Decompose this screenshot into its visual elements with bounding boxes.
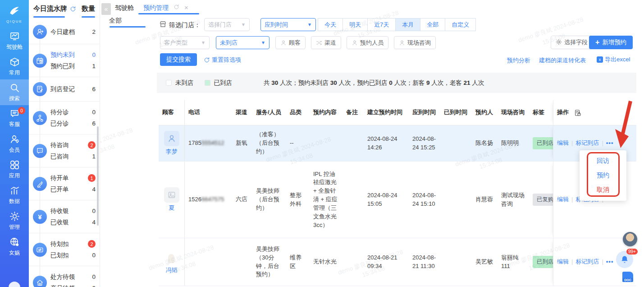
doc-shortcut-icon[interactable]: DOC (621, 272, 635, 286)
menu-item-取消[interactable]: 取消 (580, 183, 626, 197)
due-time-cell: 2024-08-24 15:10 (409, 162, 440, 238)
order-icon (33, 177, 47, 191)
flow-row[interactable]: 产品待领0 (50, 282, 96, 287)
new-appointment-button[interactable]: + 新增预约 (589, 36, 633, 49)
flow-row[interactable]: 待划扣2 (50, 238, 96, 250)
range-button-明天[interactable]: 明天 (343, 18, 368, 31)
filter-chip-预约人员[interactable]: 预约人员 (347, 36, 388, 49)
tab-dashboard[interactable]: 驾驶舱 (115, 4, 134, 12)
range-button-今天[interactable]: 今天 (318, 18, 343, 31)
rail-item-apps[interactable]: 应用 (0, 157, 29, 182)
due-time-cell: 2024-08-21 11:30 (409, 238, 440, 286)
customer-name[interactable]: 李梦 (166, 148, 178, 156)
assistant-avatar[interactable] (623, 232, 637, 246)
deduct-icon (33, 243, 47, 257)
flow-row[interactable]: 待咨询2 (50, 139, 96, 151)
flow-row[interactable]: 待分诊0 (50, 106, 96, 118)
customer-cell[interactable]: 李梦 (159, 125, 185, 161)
flow-group: ¥ 待收银0 已收银4 (29, 200, 100, 233)
flow-row[interactable]: 待开单1 (50, 172, 96, 184)
rail-item-label: 驾驶舱 (6, 43, 23, 51)
arrived-time-cell (440, 238, 472, 286)
logo-bird-icon (9, 5, 20, 19)
table-row: 李梦17855554512新氧（准客）（后台预约）--2024-08-24 14… (159, 125, 636, 162)
category-cell: -- (286, 125, 310, 161)
edit-action[interactable]: 编辑 (557, 195, 569, 204)
rail-item-member[interactable]: 会员 (0, 131, 29, 157)
person-icon (352, 40, 358, 46)
customer-cell[interactable]: 冯韬 (159, 238, 185, 286)
flow-row[interactable]: 处方待领0 (50, 271, 96, 282)
range-button-全部[interactable]: 全部 (420, 18, 445, 31)
rail-item-nuwa[interactable]: 女娲 (0, 234, 29, 259)
flow-count: 4 (92, 219, 96, 226)
category-cell: 维养区 (286, 238, 310, 286)
flow-row[interactable]: 今日建档2 (50, 26, 96, 37)
main-content: « 驾驶舱 预约管理 × 全部 筛选门店： 选择门店▼ 应到时间▼ 今天明天近7… (100, 0, 644, 287)
rail-item-service[interactable]: 客服0 (0, 105, 29, 131)
range-button-近7天[interactable]: 近7天 (367, 18, 396, 31)
flow-row[interactable]: 预约已到1 (50, 60, 96, 72)
cube-icon (9, 57, 20, 67)
flow-label: 待咨询 (50, 141, 69, 149)
flow-row[interactable]: 已收银4 (50, 217, 96, 228)
collapse-tabs-button[interactable]: « (101, 3, 111, 15)
flow-count: 0 (92, 109, 96, 116)
flow-row[interactable]: 已咨询1 (50, 151, 96, 162)
tab-appointment-management[interactable]: 预约管理 (143, 4, 169, 12)
customer-name[interactable]: 冯韬 (166, 266, 178, 275)
rail-item-common[interactable]: 常用 (0, 54, 29, 79)
lock-doc-icon[interactable] (574, 109, 581, 116)
flow-row[interactable]: 待收银0 (50, 205, 96, 217)
flow-row[interactable]: 预约未到0 (50, 49, 96, 60)
rail-partial-icon (9, 282, 20, 287)
rail-item-search[interactable]: 搜索 (0, 79, 29, 105)
visit-status-select[interactable]: 未到店▼ (216, 36, 269, 49)
legend-swatch-arrived (205, 80, 210, 86)
range-button-自定义[interactable]: 自定义 (445, 18, 476, 31)
phone-cell: 15266647575 (185, 162, 232, 238)
flow-row[interactable]: 到店登记6 (50, 83, 96, 95)
flow-row[interactable]: 已分诊6 (50, 118, 96, 129)
menu-item-预约[interactable]: 预约 (580, 168, 626, 183)
booker-cell: 陈名扬 (472, 125, 498, 161)
filter-chip-顾客[interactable]: 顾客 (275, 36, 306, 49)
flow-label: 预约未到 (50, 51, 75, 59)
mark-arrived-action[interactable]: 标记到店 (575, 139, 599, 148)
customer-avatar (164, 187, 179, 203)
channel-conversion-link[interactable]: 建档的渠道转化表 (539, 56, 586, 65)
filter-chip-渠道[interactable]: 渠道 (311, 36, 341, 49)
edit-action[interactable]: 编辑 (557, 139, 569, 148)
export-excel-link[interactable]: x 导出excel (597, 56, 630, 64)
rail-item-dashboard[interactable]: 驾驶舱 (0, 28, 29, 54)
store-select[interactable]: 选择门店▼ (204, 18, 250, 31)
appointment-analysis-link[interactable]: 预约分析 (507, 56, 530, 65)
more-actions-button[interactable]: ••• (606, 258, 614, 266)
menu-item-回访[interactable]: 回访 (580, 154, 626, 168)
rail-item-manage[interactable]: 管理 (0, 208, 29, 234)
customer-name[interactable]: 夏 (169, 204, 174, 213)
flow-row[interactable]: 已开单4 (50, 184, 96, 195)
edit-action[interactable]: 编辑 (557, 258, 569, 266)
sub-tab-all[interactable]: 全部 (109, 17, 122, 25)
range-button-本月[interactable]: 本月 (395, 18, 420, 31)
tab-close-icon[interactable]: × (184, 4, 188, 11)
flow-count: 0 (92, 208, 96, 214)
panel-count-header: 数量 (82, 5, 95, 13)
tab-refresh-icon[interactable] (174, 4, 179, 11)
mark-arrived-action[interactable]: 标记到店 (575, 258, 599, 266)
submit-search-button[interactable]: 提交搜索 (160, 53, 197, 66)
choose-fields-button[interactable]: 选择字段 (551, 36, 593, 49)
rail-item-label: 常用 (9, 69, 20, 77)
more-actions-button[interactable]: ••• (606, 139, 614, 148)
flow-row[interactable]: 已划扣0 (50, 250, 96, 261)
rail-item-data[interactable]: 数据 (0, 182, 29, 208)
refresh-icon[interactable] (70, 6, 76, 12)
due-time-select[interactable]: 应到时间▼ (260, 18, 316, 31)
panel-scrollbar[interactable] (97, 126, 99, 226)
filter-chip-现场咨询[interactable]: 现场咨询 (394, 36, 436, 49)
customer-type-select[interactable]: 客户类型▼ (160, 36, 210, 49)
reset-filters-link[interactable]: 重置筛选项 (204, 56, 241, 64)
globe-icon (9, 237, 20, 247)
customer-cell[interactable]: 夏 (159, 162, 185, 238)
